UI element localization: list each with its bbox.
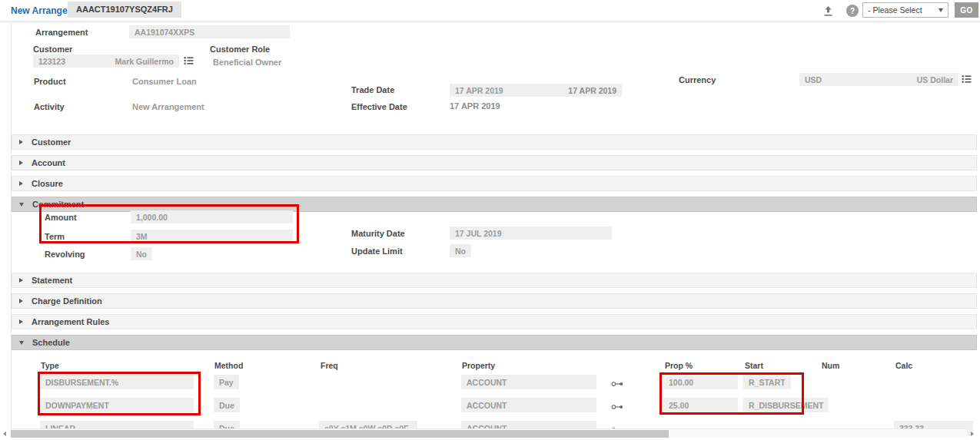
schedule-method-field[interactable]: Due xyxy=(214,398,240,412)
maturity-date-label: Maturity Date xyxy=(351,229,405,238)
effective-date-label: Effective Date xyxy=(351,102,407,111)
arrangement-label: Arrangement xyxy=(35,28,88,37)
chevron-right-icon xyxy=(19,140,23,144)
effective-date-value: 17 APR 2019 xyxy=(450,101,500,111)
section-customer[interactable]: Customer xyxy=(12,134,977,150)
trade-date-display: 17 APR 2019 xyxy=(568,86,616,95)
section-arrangement-rules[interactable]: Arrangement Rules xyxy=(12,314,977,329)
customer-role-value: Beneficial Owner xyxy=(213,58,281,67)
amount-field[interactable]: 1,000.00 xyxy=(131,210,293,223)
revolving-label: Revolving xyxy=(45,250,85,259)
currency-label: Currency xyxy=(679,75,716,84)
section-closure[interactable]: Closure xyxy=(12,176,977,191)
schedule-type-field[interactable]: DOWNPAYMENT xyxy=(40,398,194,412)
section-statement[interactable]: Statement xyxy=(12,273,977,288)
col-header-prop-pct: Prop % xyxy=(665,361,693,370)
activity-value: New Arrangement xyxy=(132,102,204,111)
term-field[interactable]: 3M xyxy=(131,230,293,243)
term-label: Term xyxy=(45,232,65,241)
chevron-down-icon xyxy=(19,203,24,207)
col-header-num: Num xyxy=(822,361,839,370)
section-account[interactable]: Account xyxy=(12,155,977,170)
arrangement-screen: New Arrangement AAACT19107YSQZ4FRJ - Ple… xyxy=(0,0,980,440)
schedule-property-field[interactable]: ACCOUNT xyxy=(461,375,596,389)
section-charge-definition[interactable]: Charge Definition xyxy=(12,293,977,309)
chevron-down-icon xyxy=(19,341,24,345)
col-header-property: Property xyxy=(462,361,495,370)
col-header-freq: Freq xyxy=(321,361,338,370)
scroll-right-arrow-icon[interactable] xyxy=(971,432,974,436)
chevron-right-icon xyxy=(19,319,23,324)
schedule-property-field[interactable]: ACCOUNT xyxy=(461,398,596,412)
section-commitment[interactable]: Commitment xyxy=(12,197,977,212)
customer-label: Customer xyxy=(33,45,72,54)
col-header-start: Start xyxy=(745,361,763,370)
upload-icon[interactable] xyxy=(822,5,834,18)
chevron-right-icon xyxy=(19,299,23,303)
link-icon[interactable] xyxy=(611,402,624,412)
schedule-start-field[interactable]: R_DISBURSEMENT xyxy=(743,398,829,412)
product-label: Product xyxy=(34,77,66,86)
schedule-method-field[interactable]: Pay xyxy=(214,375,239,389)
customer-field[interactable]: 123123 Mark Guillermo xyxy=(33,55,179,68)
currency-lookup-list-icon[interactable] xyxy=(962,74,972,85)
go-button[interactable]: GO xyxy=(955,2,978,18)
tab-contract-id[interactable]: AAACT19107YSQZ4FRJ xyxy=(68,2,181,18)
currency-name-display: US Dollar xyxy=(917,75,953,84)
col-header-calc: Calc xyxy=(895,361,912,370)
horizontal-scrollbar-thumb[interactable] xyxy=(11,430,669,438)
maturity-date-field[interactable]: 17 JUL 2019 xyxy=(450,227,612,240)
update-limit-field[interactable]: No xyxy=(450,244,471,257)
currency-field[interactable]: USD US Dollar xyxy=(799,73,958,86)
activity-label: Activity xyxy=(34,102,65,111)
schedule-start-field[interactable]: R_START xyxy=(743,375,791,389)
customer-lookup-list-icon[interactable] xyxy=(184,56,194,67)
command-select[interactable]: - Please Select xyxy=(862,2,948,18)
schedule-prop-pct-field[interactable]: 25.00 xyxy=(663,398,738,412)
link-icon[interactable] xyxy=(611,379,624,389)
customer-name-display: Mark Guillermo xyxy=(115,57,174,66)
schedule-prop-pct-field[interactable]: 100.00 xyxy=(663,375,738,389)
revolving-field[interactable]: No xyxy=(131,247,152,260)
trade-date-field[interactable]: 17 APR 2019 17 APR 2019 xyxy=(450,84,622,97)
col-header-method: Method xyxy=(214,361,243,370)
chevron-right-icon xyxy=(19,160,23,165)
update-limit-label: Update Limit xyxy=(351,246,403,256)
chevron-right-icon xyxy=(19,278,23,283)
col-header-type: Type xyxy=(41,361,59,370)
arrangement-field[interactable]: AA191074XXPS xyxy=(129,25,290,38)
customer-role-label: Customer Role xyxy=(210,45,270,54)
command-select-value: - Please Select xyxy=(868,5,922,15)
schedule-type-field[interactable]: DISBURSEMENT.% xyxy=(40,375,194,389)
chevron-down-icon xyxy=(938,8,943,12)
header-divider xyxy=(0,22,980,22)
chevron-right-icon xyxy=(19,181,23,186)
trade-date-label: Trade Date xyxy=(351,85,394,94)
amount-label: Amount xyxy=(45,213,77,222)
section-schedule[interactable]: Schedule xyxy=(12,335,977,350)
content-left-border xyxy=(11,22,12,428)
product-value: Consumer Loan xyxy=(132,77,197,86)
scroll-left-arrow-icon[interactable] xyxy=(3,432,6,436)
help-icon[interactable] xyxy=(846,5,859,17)
